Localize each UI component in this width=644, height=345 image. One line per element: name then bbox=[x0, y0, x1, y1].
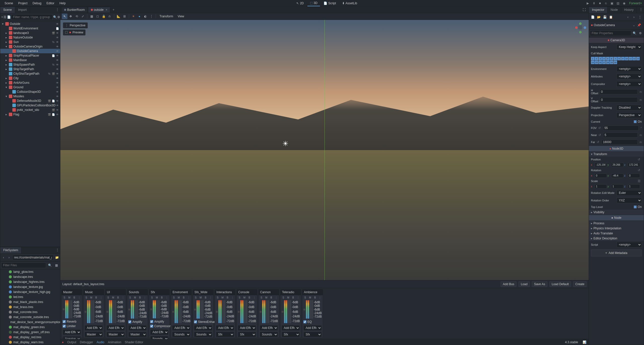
filter-search-icon[interactable]: 🔍 bbox=[632, 30, 637, 36]
file-row[interactable]: mat_concrete.tres bbox=[0, 310, 60, 315]
position-y-input[interactable] bbox=[611, 163, 623, 167]
load-bus-button[interactable]: Load bbox=[518, 281, 530, 287]
history-fwd-icon[interactable]: › bbox=[631, 14, 637, 20]
scale-tool-icon[interactable]: ⤢ bbox=[80, 14, 86, 19]
solo-button[interactable]: S bbox=[106, 296, 110, 299]
extra-menu-icon[interactable]: ⋮ bbox=[637, 14, 643, 20]
save-resource-icon[interactable]: 💾 bbox=[602, 14, 608, 20]
renderer-label[interactable]: Forward+ bbox=[629, 2, 642, 5]
mode-2d[interactable]: ↖ 2D bbox=[294, 0, 306, 6]
pause-icon[interactable]: ⏸ bbox=[591, 1, 596, 6]
keep-aspect-select[interactable]: Keep Height bbox=[617, 44, 642, 50]
top-level-checkbox[interactable]: On bbox=[634, 205, 642, 209]
load-resource-icon[interactable]: 📂 bbox=[596, 14, 601, 20]
scene-tab[interactable]: Scene bbox=[0, 7, 15, 13]
current-checkbox[interactable]: On bbox=[634, 120, 642, 123]
add-effect-select[interactable]: Add Effect bbox=[106, 325, 125, 331]
bypass-button[interactable]: B bbox=[116, 296, 120, 299]
lock-icon[interactable]: 🔒 bbox=[101, 14, 106, 19]
cull-bit[interactable]: 5 bbox=[606, 57, 610, 60]
history-tab[interactable]: History bbox=[621, 7, 637, 13]
env-icon[interactable]: ● bbox=[137, 14, 142, 19]
cull-bit[interactable]: 16 bbox=[598, 61, 602, 64]
tree-node[interactable]: ▾Ground👁 bbox=[0, 85, 60, 90]
bypass-button[interactable]: B bbox=[204, 296, 207, 299]
mute-button[interactable]: M bbox=[287, 296, 290, 299]
mute-button[interactable]: M bbox=[133, 296, 137, 299]
tree-node[interactable]: CityShotTargetPath%🎬👁 bbox=[0, 71, 60, 76]
menu-editor[interactable]: Editor bbox=[44, 1, 57, 6]
fov-reset-icon[interactable]: ↺ bbox=[598, 126, 602, 130]
cull-bit[interactable]: 12 bbox=[632, 57, 636, 60]
file-row[interactable]: landscape_texture.jpg bbox=[0, 284, 60, 289]
file-row[interactable]: mat_device_face_energyconsumption.tres bbox=[0, 320, 60, 325]
bus-menu-icon[interactable]: ⋮ bbox=[165, 296, 169, 299]
tree-node[interactable]: ▸MainBase👁 bbox=[0, 58, 60, 62]
auto-translate-group[interactable]: ▸Auto Translate bbox=[589, 231, 644, 236]
add-metadata-button[interactable]: +Add Metadata bbox=[591, 249, 642, 256]
tree-node[interactable]: DefenseMissile3D🎬📄👁 bbox=[0, 99, 60, 103]
inspector-menu-icon[interactable]: ⋮ bbox=[638, 7, 644, 12]
stop-icon[interactable]: ■ bbox=[597, 1, 602, 6]
cull-bit[interactable]: 14 bbox=[591, 61, 594, 64]
near-reset-icon[interactable]: ↺ bbox=[598, 133, 602, 137]
bypass-button[interactable]: B bbox=[94, 296, 98, 299]
mode-3d[interactable]: ⬚ 3D bbox=[307, 0, 320, 6]
bypass-button[interactable]: B bbox=[226, 296, 229, 299]
near-input[interactable] bbox=[603, 133, 637, 138]
add-effect-select[interactable]: Add Effect bbox=[150, 329, 169, 335]
mute-button[interactable]: M bbox=[265, 296, 268, 299]
solo-button[interactable]: S bbox=[150, 296, 154, 299]
position-x-input[interactable] bbox=[595, 163, 607, 167]
inspector-filter-input[interactable] bbox=[590, 30, 631, 36]
bus-title[interactable]: Sfx bbox=[149, 289, 170, 295]
file-row[interactable]: landscape.tres bbox=[0, 274, 60, 279]
physics-group[interactable]: ▸Physics Interpolation bbox=[589, 226, 644, 231]
environment-select[interactable]: <empty> bbox=[617, 66, 642, 72]
bus-menu-icon[interactable]: ⋮ bbox=[231, 296, 234, 299]
mute-button[interactable]: M bbox=[243, 296, 246, 299]
scene-filter-input[interactable] bbox=[11, 14, 53, 20]
cull-bit[interactable]: 4 bbox=[602, 57, 606, 60]
mute-button[interactable]: M bbox=[221, 296, 224, 299]
tree-node[interactable]: ▸Sun%👁 bbox=[0, 40, 60, 44]
view-menu-icon[interactable]: ⋮ bbox=[149, 14, 154, 19]
sun-icon[interactable]: ☀ bbox=[131, 14, 136, 19]
fs-filter-input[interactable] bbox=[1, 263, 46, 268]
add-effect-select[interactable]: Add Effect bbox=[281, 325, 300, 331]
mute-button[interactable]: M bbox=[308, 296, 312, 299]
add-node-icon[interactable]: + bbox=[1, 14, 3, 20]
bus-route-select[interactable]: Speakers bbox=[63, 336, 81, 339]
bus-title[interactable]: UI bbox=[105, 289, 126, 295]
snap-list-icon[interactable]: ▦ bbox=[89, 14, 94, 19]
bus-title[interactable]: Console bbox=[237, 289, 257, 295]
bus-menu-icon[interactable]: ⋮ bbox=[99, 296, 103, 299]
preview-icon[interactable]: ◐ bbox=[143, 14, 148, 19]
add-effect-select[interactable]: Add Effect bbox=[63, 329, 81, 335]
bus-title[interactable]: Enviroment bbox=[171, 289, 191, 295]
solo-button[interactable]: S bbox=[128, 296, 132, 299]
bus-menu-icon[interactable]: ⋮ bbox=[318, 296, 322, 299]
create-bus-button[interactable]: Create bbox=[573, 281, 587, 287]
process-group[interactable]: ▸Process bbox=[589, 221, 644, 226]
position-z-input[interactable] bbox=[628, 163, 640, 167]
bus-effect[interactable]: Reverb bbox=[63, 319, 81, 324]
viewport-3d[interactable]: ☀ ⋮Perspective ■Preview bbox=[60, 20, 589, 280]
file-row[interactable]: mat_brass.tres bbox=[0, 305, 60, 310]
inspector-tab[interactable]: Inspector bbox=[589, 7, 608, 13]
solo-button[interactable]: S bbox=[260, 296, 263, 299]
bypass-button[interactable]: B bbox=[248, 296, 251, 299]
tree-node[interactable]: ▾OutsideCameraOrigin👁 bbox=[0, 44, 60, 49]
bus-title[interactable]: Sfx_Wide bbox=[193, 289, 213, 295]
cull-bit[interactable]: 2 bbox=[595, 57, 598, 60]
add-effect-select[interactable]: Add Effect bbox=[303, 325, 322, 331]
bus-route-select[interactable]: Master bbox=[128, 332, 147, 337]
rotation-order-select[interactable]: YXZ bbox=[617, 198, 642, 203]
add-effect-select[interactable]: Add Effect bbox=[85, 325, 103, 331]
bus-route-select[interactable]: Master bbox=[106, 332, 125, 337]
camera3d-section[interactable]: ■Camera3D bbox=[589, 37, 644, 43]
bus-route-select[interactable]: Sounds bbox=[194, 332, 212, 337]
bus-effect[interactable]: Compressor bbox=[150, 324, 169, 328]
rotation-reset-icon[interactable]: ↺ bbox=[638, 168, 642, 172]
bypass-button[interactable]: B bbox=[138, 296, 142, 299]
